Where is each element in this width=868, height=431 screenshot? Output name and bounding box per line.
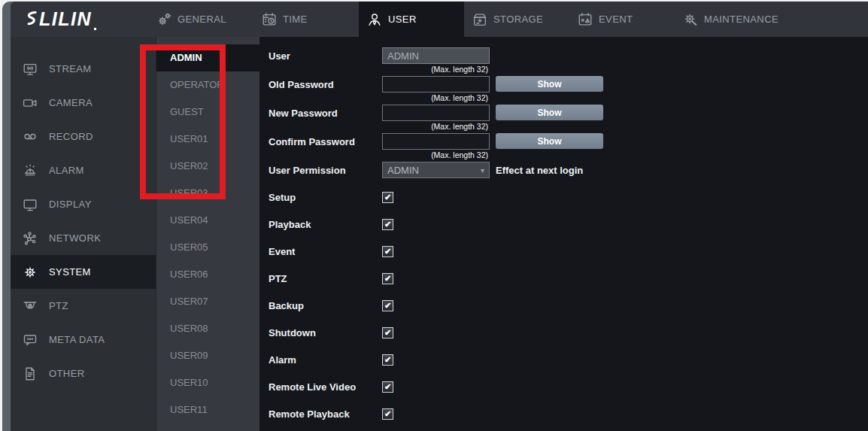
user-list-item-user01[interactable]: USER01	[156, 126, 259, 153]
event-checkbox[interactable]: ✔	[382, 246, 393, 257]
sidebar-item-ptz[interactable]: PTZ	[11, 289, 156, 323]
sidebar-item-network[interactable]: NETWORK	[11, 221, 156, 255]
sidebar-item-label: STREAM	[49, 63, 92, 74]
network-nodes-icon	[22, 230, 38, 247]
show-confirm-password-button[interactable]: Show	[496, 133, 603, 149]
header-tabs: GENERALTIMEUSERSTORAGEEVENTMAINTENANCE	[148, 2, 780, 37]
show-old-password-button[interactable]: Show	[496, 76, 603, 92]
sidebar-nav: STREAMCAMERARECORDALARMDISPLAYNETWORKSYS…	[11, 37, 156, 431]
alarm-light-icon	[22, 162, 38, 179]
tab-general[interactable]: GENERAL	[148, 2, 253, 37]
user-list-item-user06[interactable]: USER06	[156, 261, 259, 288]
tab-user[interactable]: USER	[359, 2, 464, 37]
show-new-password-button[interactable]: Show	[496, 105, 603, 120]
tab-label: EVENT	[599, 14, 633, 25]
sidebar-item-label: DISPLAY	[49, 199, 92, 210]
password-rows: Old Password(Max. length 32)ShowNew Pass…	[269, 76, 868, 160]
remote-playback-permission-row: Remote Playback✔	[269, 405, 868, 422]
tab-label: GENERAL	[178, 14, 226, 25]
tab-time[interactable]: TIME	[253, 2, 359, 37]
playback-checkbox[interactable]: ✔	[382, 219, 393, 230]
remote-playback-checkbox[interactable]: ✔	[382, 408, 393, 420]
user-list-item-user03[interactable]: USER03	[156, 180, 259, 207]
event-permission-row: Event✔	[269, 243, 868, 260]
user-list-item-user04[interactable]: USER04	[156, 207, 259, 234]
user-list-item-admin[interactable]: ADMIN	[156, 44, 259, 71]
alarm-permission-row: Alarm✔	[269, 351, 868, 368]
alarm-checkbox[interactable]: ✔	[382, 354, 393, 366]
speech-bubble-icon	[22, 332, 38, 348]
tab-label: STORAGE	[493, 14, 543, 25]
shutdown-checkbox[interactable]: ✔	[382, 327, 393, 338]
sidebar-item-camera[interactable]: CAMERA	[11, 86, 156, 120]
max-length-hint: (Max. length 32)	[382, 150, 490, 160]
setup-checkbox[interactable]: ✔	[382, 192, 393, 203]
user-list-item-guest[interactable]: GUEST	[156, 99, 259, 126]
check-icon: ✔	[384, 220, 391, 229]
gear-icon	[22, 264, 38, 281]
new-password-label: New Password	[269, 105, 382, 119]
user-list-item-user10[interactable]: USER10	[156, 369, 259, 396]
user-input[interactable]	[382, 47, 490, 64]
tab-label: USER	[388, 14, 417, 25]
dome-camera-icon	[22, 298, 38, 314]
tab-maintenance[interactable]: MAINTENANCE	[675, 2, 780, 37]
new-password-input[interactable]	[382, 105, 490, 121]
window-frame: LILIN GENERALTIMEUSERSTORAGEEVENTMAINTEN…	[2, 2, 868, 431]
content-area: STREAMCAMERARECORDALARMDISPLAYNETWORKSYS…	[11, 37, 868, 431]
confirm-password-label: Confirm Password	[269, 133, 382, 147]
old-password-input[interactable]	[382, 76, 490, 93]
backup-permission-label: Backup	[269, 300, 382, 311]
ptz-permission-label: PTZ	[269, 273, 382, 284]
user-list-item-operator[interactable]: OPERATOR	[156, 71, 259, 99]
backup-checkbox[interactable]: ✔	[382, 300, 393, 311]
brand-dot	[94, 28, 96, 30]
user-list-item-user08[interactable]: USER08	[156, 315, 259, 342]
check-icon: ✔	[384, 247, 391, 256]
user-list: ADMINOPERATORGUESTUSER01USER02USER03USER…	[156, 37, 259, 431]
confirm-password-input[interactable]	[382, 133, 490, 150]
sidebar-item-label: OTHER	[49, 368, 85, 379]
event-permission-label: Event	[269, 246, 382, 257]
old-password-label: Old Password	[269, 76, 382, 90]
tab-event[interactable]: EVENT	[569, 2, 675, 37]
user-field-row: User (Max. length 32)	[269, 47, 868, 74]
lilin-logo-icon	[24, 11, 38, 28]
tab-label: TIME	[283, 14, 308, 25]
app-window: LILIN GENERALTIMEUSERSTORAGEEVENTMAINTEN…	[0, 0, 868, 431]
nvr-settings-app: LILIN GENERALTIMEUSERSTORAGEEVENTMAINTEN…	[11, 2, 868, 431]
user-permission-dropdown[interactable]: ADMIN ▾	[382, 162, 490, 178]
user-permission-value: ADMIN	[387, 165, 481, 176]
user-list-item-user02[interactable]: USER02	[156, 153, 259, 180]
calendar-clock-icon	[261, 11, 278, 28]
remote-live-video-permission-label: Remote Live Video	[269, 381, 382, 393]
sidebar-item-display[interactable]: DISPLAY	[11, 187, 156, 221]
sidebar-item-system[interactable]: SYSTEM	[11, 255, 156, 289]
check-icon: ✔	[384, 302, 391, 310]
record-reels-icon	[22, 129, 38, 145]
sidebar-item-other[interactable]: OTHER	[11, 357, 156, 390]
monitor-icon	[22, 196, 38, 213]
user-list-item-user05[interactable]: USER05	[156, 234, 259, 261]
max-length-hint: (Max. length 32)	[382, 64, 490, 74]
user-list-item-user07[interactable]: USER07	[156, 288, 259, 315]
tab-storage[interactable]: STORAGE	[464, 2, 569, 37]
sidebar-item-label: PTZ	[49, 300, 68, 311]
check-icon: ✔	[384, 356, 391, 364]
confirm-password-control: (Max. length 32)	[382, 133, 490, 160]
setup-permission-row: Setup✔	[269, 189, 868, 205]
new-password-row: New Password(Max. length 32)Show	[269, 105, 868, 132]
sidebar-item-stream[interactable]: STREAM	[11, 52, 156, 86]
sidebar-item-alarm[interactable]: ALARM	[11, 153, 156, 187]
user-list-item-user09[interactable]: USER09	[156, 342, 259, 369]
gear-wrench-icon	[682, 11, 699, 28]
user-icon	[366, 11, 383, 28]
brand-logo: LILIN	[11, 2, 148, 37]
sidebar-item-record[interactable]: RECORD	[11, 120, 156, 153]
remote-live-video-checkbox[interactable]: ✔	[382, 381, 393, 393]
ptz-permission-row: PTZ✔	[269, 270, 868, 287]
permission-effect-note: Effect at next login	[496, 162, 583, 176]
ptz-checkbox[interactable]: ✔	[382, 273, 393, 284]
user-list-item-user11[interactable]: USER11	[156, 396, 259, 423]
sidebar-item-metadata[interactable]: META DATA	[11, 323, 156, 357]
